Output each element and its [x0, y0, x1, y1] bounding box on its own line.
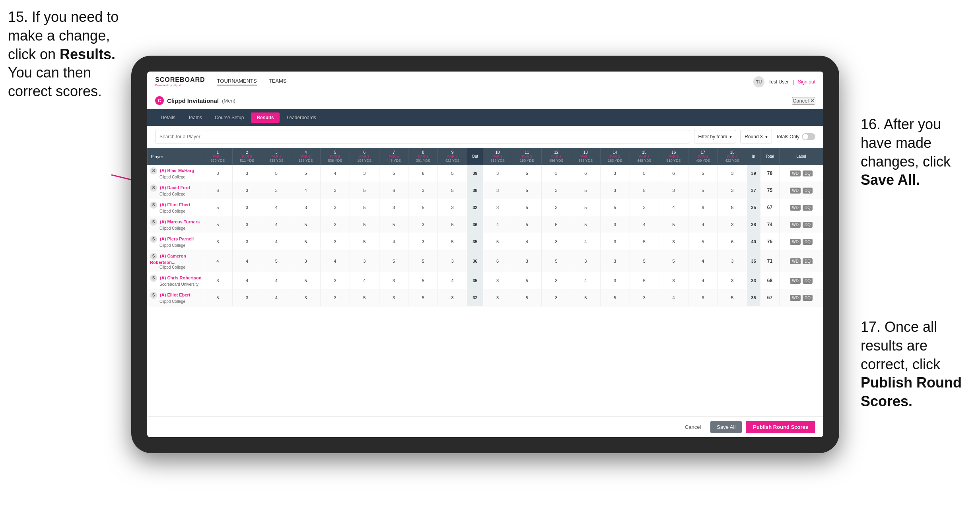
score-h1[interactable]: 3 — [203, 233, 233, 250]
score-h14[interactable]: 5 — [600, 289, 630, 306]
score-h18[interactable]: 5 — [718, 289, 747, 306]
score-h9[interactable]: 3 — [438, 250, 467, 272]
score-h13[interactable]: 3 — [571, 250, 600, 272]
score-h15[interactable]: 3 — [630, 289, 659, 306]
wd-button[interactable]: WD — [790, 239, 801, 245]
score-h3[interactable]: 4 — [262, 216, 291, 233]
tab-leaderboards[interactable]: Leaderboards — [281, 112, 322, 123]
score-h12[interactable]: 5 — [542, 250, 571, 272]
score-h9[interactable]: 5 — [438, 233, 467, 250]
score-h2[interactable]: 3 — [232, 216, 262, 233]
score-h11[interactable]: 5 — [512, 272, 542, 289]
score-h11[interactable]: 5 — [512, 216, 542, 233]
score-h2[interactable]: 3 — [232, 199, 262, 216]
score-h7[interactable]: 3 — [379, 289, 408, 306]
score-h13[interactable]: 6 — [571, 165, 600, 182]
score-h6[interactable]: 5 — [350, 289, 379, 306]
score-h5[interactable]: 3 — [321, 182, 350, 199]
score-h9[interactable]: 5 — [438, 182, 467, 199]
score-h6[interactable]: 3 — [350, 250, 379, 272]
score-h18[interactable]: 3 — [718, 182, 747, 199]
score-h10[interactable]: 3 — [483, 199, 512, 216]
score-h12[interactable]: 3 — [542, 182, 571, 199]
score-h13[interactable]: 5 — [571, 199, 600, 216]
search-input[interactable] — [155, 130, 690, 143]
filter-team-dropdown[interactable]: Filter by team ▾ — [694, 130, 737, 143]
score-h14[interactable]: 3 — [600, 216, 630, 233]
tab-results[interactable]: Results — [251, 112, 279, 123]
score-h11[interactable]: 5 — [512, 289, 542, 306]
score-h13[interactable]: 4 — [571, 233, 600, 250]
score-h1[interactable]: 6 — [203, 182, 233, 199]
score-h17[interactable]: 5 — [688, 233, 718, 250]
score-h6[interactable]: 4 — [350, 272, 379, 289]
score-h14[interactable]: 5 — [600, 199, 630, 216]
score-h15[interactable]: 5 — [630, 250, 659, 272]
score-h8[interactable]: 5 — [408, 272, 438, 289]
score-h3[interactable]: 4 — [262, 289, 291, 306]
round-dropdown[interactable]: Round 3 ▾ — [740, 130, 772, 143]
score-h17[interactable]: 6 — [688, 289, 718, 306]
dq-button[interactable]: DQ — [803, 205, 813, 211]
dq-button[interactable]: DQ — [803, 239, 813, 245]
score-h14[interactable]: 3 — [600, 250, 630, 272]
score-h16[interactable]: 3 — [659, 182, 688, 199]
score-h11[interactable]: 5 — [512, 182, 542, 199]
score-h3[interactable]: 5 — [262, 165, 291, 182]
score-h4[interactable]: 4 — [291, 182, 321, 199]
score-h10[interactable]: 6 — [483, 250, 512, 272]
dq-button[interactable]: DQ — [803, 188, 813, 194]
score-h7[interactable]: 4 — [379, 233, 408, 250]
score-h9[interactable]: 4 — [438, 272, 467, 289]
wd-button[interactable]: WD — [790, 222, 801, 228]
tab-course-setup[interactable]: Course Setup — [209, 112, 249, 123]
score-h15[interactable]: 4 — [630, 216, 659, 233]
score-h5[interactable]: 3 — [321, 233, 350, 250]
score-h5[interactable]: 4 — [321, 165, 350, 182]
score-h5[interactable]: 4 — [321, 250, 350, 272]
score-h3[interactable]: 5 — [262, 250, 291, 272]
score-h7[interactable]: 6 — [379, 182, 408, 199]
score-h11[interactable]: 4 — [512, 233, 542, 250]
score-h12[interactable]: 5 — [542, 216, 571, 233]
score-h2[interactable]: 4 — [232, 250, 262, 272]
score-h8[interactable]: 6 — [408, 165, 438, 182]
score-h8[interactable]: 5 — [408, 289, 438, 306]
wd-button[interactable]: WD — [790, 205, 801, 211]
wd-button[interactable]: WD — [790, 258, 801, 264]
score-h2[interactable]: 3 — [232, 233, 262, 250]
score-h2[interactable]: 4 — [232, 272, 262, 289]
score-h11[interactable]: 5 — [512, 165, 542, 182]
score-h6[interactable]: 3 — [350, 165, 379, 182]
score-h8[interactable]: 3 — [408, 216, 438, 233]
score-h16[interactable]: 5 — [659, 216, 688, 233]
score-h3[interactable]: 4 — [262, 272, 291, 289]
score-h11[interactable]: 5 — [512, 199, 542, 216]
score-h4[interactable]: 5 — [291, 272, 321, 289]
score-h10[interactable]: 3 — [483, 272, 512, 289]
score-h8[interactable]: 3 — [408, 182, 438, 199]
score-h16[interactable]: 5 — [659, 250, 688, 272]
score-h17[interactable]: 5 — [688, 182, 718, 199]
score-h15[interactable]: 5 — [630, 182, 659, 199]
dq-button[interactable]: DQ — [803, 170, 813, 176]
score-h16[interactable]: 4 — [659, 199, 688, 216]
score-h17[interactable]: 4 — [688, 250, 718, 272]
score-h1[interactable]: 5 — [203, 216, 233, 233]
score-h10[interactable]: 3 — [483, 289, 512, 306]
score-h15[interactable]: 5 — [630, 233, 659, 250]
score-h3[interactable]: 3 — [262, 182, 291, 199]
score-h18[interactable]: 5 — [718, 199, 747, 216]
score-h4[interactable]: 3 — [291, 289, 321, 306]
score-h14[interactable]: 3 — [600, 272, 630, 289]
score-h17[interactable]: 6 — [688, 199, 718, 216]
score-h17[interactable]: 5 — [688, 165, 718, 182]
sign-out-link[interactable]: Sign out — [798, 79, 815, 85]
wd-button[interactable]: WD — [790, 278, 801, 284]
score-h2[interactable]: 3 — [232, 165, 262, 182]
score-h1[interactable]: 3 — [203, 165, 233, 182]
score-h7[interactable]: 5 — [379, 165, 408, 182]
wd-button[interactable]: WD — [790, 170, 801, 176]
score-h8[interactable]: 3 — [408, 233, 438, 250]
score-h14[interactable]: 3 — [600, 233, 630, 250]
